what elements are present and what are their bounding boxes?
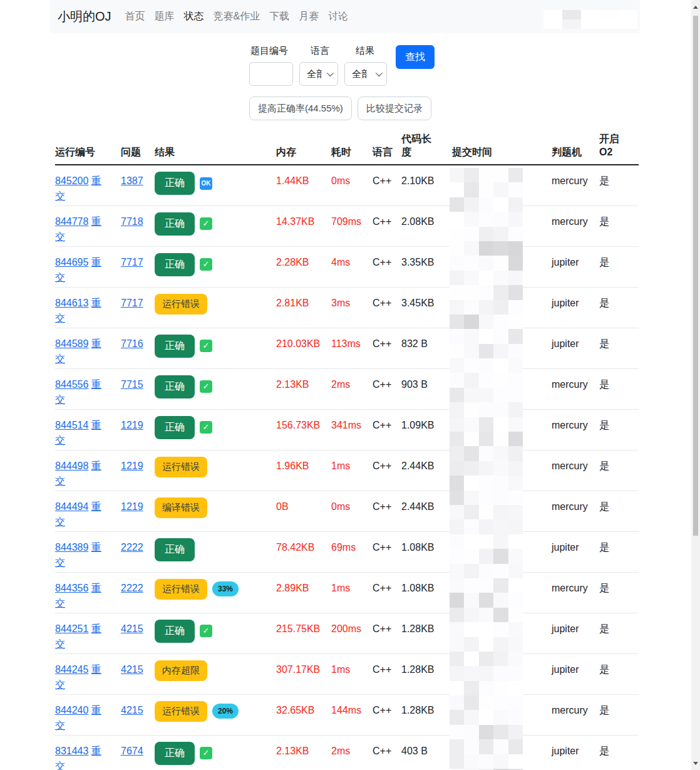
- problem-link[interactable]: 4215: [121, 623, 143, 634]
- run-id-link[interactable]: 844695: [55, 257, 88, 268]
- vertical-scrollbar[interactable]: [691, 0, 700, 770]
- run-id-link[interactable]: 831443: [55, 746, 88, 756]
- table-row: 845200 重交 1387 正确 OK 1.44KB 0ms C++ 2.10…: [55, 165, 639, 206]
- col-problem: 问题: [121, 127, 155, 165]
- run-id-link[interactable]: 844514: [55, 420, 88, 430]
- problem-link[interactable]: 1219: [121, 501, 143, 512]
- result-button[interactable]: 运行错误: [155, 294, 207, 315]
- run-id-link[interactable]: 844498: [55, 460, 88, 471]
- brand-logo[interactable]: 小明的OJ: [58, 8, 111, 25]
- problem-id-input[interactable]: [249, 62, 293, 86]
- result-button[interactable]: 编译错误: [155, 497, 207, 518]
- language-label: 语言: [299, 43, 338, 62]
- nav-item[interactable]: 状态: [184, 11, 204, 21]
- o2-cell: 是: [599, 246, 639, 287]
- nav-item[interactable]: 题库: [155, 11, 175, 21]
- compare-submissions-button[interactable]: 比较提交记录: [358, 96, 431, 120]
- memory-cell: 210.03KB: [276, 328, 331, 368]
- result-button[interactable]: 运行错误: [155, 457, 207, 477]
- table-header-row: 运行编号 问题 结果 内存 耗时 语言 代码长度 提交时间 判题机 开启O2: [55, 127, 639, 165]
- result-button[interactable]: 正确: [155, 212, 195, 236]
- result-button[interactable]: 正确: [155, 416, 195, 439]
- memory-cell: 14.37KB: [276, 206, 331, 246]
- run-id-link[interactable]: 844589: [55, 338, 88, 349]
- o2-cell: 是: [599, 694, 639, 735]
- scroll-up-button[interactable]: [691, 3, 700, 11]
- judger-cell: jupiter: [552, 653, 599, 694]
- memory-cell: 2.81KB: [276, 287, 331, 328]
- result-button[interactable]: 运行错误: [155, 701, 207, 722]
- o2-cell: 是: [599, 613, 639, 653]
- result-button[interactable]: 正确: [155, 742, 195, 765]
- problem-link[interactable]: 7718: [121, 216, 143, 227]
- nav-item[interactable]: 竞赛&作业: [214, 11, 260, 21]
- result-button[interactable]: 正确: [155, 538, 195, 561]
- run-id-link[interactable]: 845200: [55, 175, 88, 186]
- run-id-link[interactable]: 844389: [55, 542, 88, 553]
- result-select[interactable]: 全部: [344, 62, 387, 86]
- result-badge: 33%: [212, 581, 239, 596]
- problem-link[interactable]: 4215: [121, 705, 143, 715]
- scroll-down-button[interactable]: [691, 759, 700, 767]
- time-cell: 1ms: [331, 572, 373, 613]
- judger-cell: mercury: [552, 491, 599, 531]
- nav-item[interactable]: 讨论: [328, 11, 348, 21]
- run-id-link[interactable]: 844556: [55, 379, 88, 390]
- run-id-link[interactable]: 844613: [55, 298, 88, 308]
- nav-item[interactable]: 下载: [269, 11, 289, 21]
- search-button[interactable]: 查找: [396, 45, 435, 69]
- time-cell: 200ms: [331, 613, 373, 653]
- code-length-cell: 1.28KB: [401, 653, 452, 694]
- problem-link[interactable]: 2222: [121, 583, 143, 593]
- table-row: 844245 重交 4215 内存超限 307.17KB 1ms C++ 1.2…: [55, 653, 639, 694]
- result-button[interactable]: 正确: [155, 375, 195, 398]
- result-button[interactable]: 运行错误: [155, 579, 207, 600]
- memory-cell: 78.42KB: [276, 531, 331, 572]
- run-id-link[interactable]: 844251: [55, 623, 88, 634]
- code-length-cell: 3.45KB: [401, 287, 452, 328]
- problem-link[interactable]: 4215: [121, 664, 143, 675]
- problem-link[interactable]: 7715: [121, 379, 143, 390]
- memory-cell: 307.17KB: [276, 653, 331, 694]
- language-cell: C++: [373, 531, 401, 572]
- result-badge: 20%: [212, 704, 239, 719]
- run-id-link[interactable]: 844240: [55, 705, 88, 715]
- result-button[interactable]: 正确: [155, 172, 195, 195]
- scrollbar-thumb[interactable]: [693, 16, 698, 536]
- problem-link[interactable]: 7717: [121, 298, 143, 308]
- problem-link[interactable]: 7716: [121, 338, 143, 349]
- result-label: 结果: [344, 43, 387, 62]
- judger-cell: jupiter: [552, 735, 599, 770]
- nav-item[interactable]: 月赛: [299, 11, 319, 21]
- problem-link[interactable]: 1387: [121, 175, 143, 186]
- result-button[interactable]: 正确: [155, 620, 195, 643]
- memory-cell: 2.89KB: [276, 572, 331, 613]
- problem-link[interactable]: 7674: [121, 746, 143, 756]
- code-length-cell: 832 B: [401, 328, 452, 368]
- result-button[interactable]: 正确: [155, 253, 195, 276]
- result-button[interactable]: 内存超限: [155, 660, 207, 681]
- code-length-cell: 1.09KB: [401, 409, 452, 450]
- problem-link[interactable]: 7717: [121, 257, 143, 268]
- problem-link[interactable]: 1219: [121, 460, 143, 471]
- language-select[interactable]: 全部: [299, 62, 338, 86]
- memory-cell: 1.96KB: [276, 450, 331, 491]
- o2-cell: 是: [599, 491, 639, 531]
- language-cell: C++: [373, 246, 401, 287]
- code-length-cell: 403 B: [401, 735, 452, 770]
- result-badge: OK: [200, 177, 212, 190]
- run-id-link[interactable]: 844778: [55, 216, 88, 227]
- problem-link[interactable]: 1219: [121, 420, 143, 430]
- result-badge: ✓: [200, 258, 212, 271]
- run-id-link[interactable]: 844245: [55, 664, 88, 675]
- problem-link[interactable]: 2222: [121, 542, 143, 553]
- table-row: 844389 重交 2222 正确 78.42KB 69ms C++ 1.08K…: [55, 531, 639, 572]
- run-id-link[interactable]: 844494: [55, 501, 88, 512]
- nav-item[interactable]: 首页: [125, 11, 145, 21]
- run-id-link[interactable]: 844356: [55, 583, 88, 593]
- result-button[interactable]: 正确: [155, 335, 195, 358]
- improve-accuracy-button[interactable]: 提高正确率(44.55%): [249, 96, 352, 120]
- o2-cell: 是: [599, 165, 639, 206]
- code-length-cell: 1.08KB: [401, 572, 452, 613]
- result-badge: ✓: [200, 217, 212, 230]
